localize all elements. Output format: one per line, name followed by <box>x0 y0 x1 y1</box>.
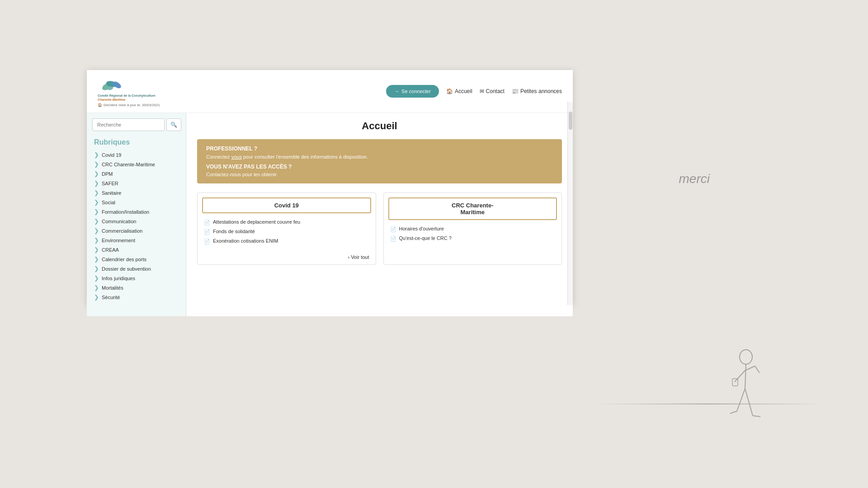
card-covid-footer: › Voir tout <box>198 253 376 264</box>
sidebar-item-label: Calendrier des ports <box>102 257 146 262</box>
svg-line-11 <box>745 389 753 416</box>
voir-tout-link-covid[interactable]: › Voir tout <box>204 254 369 260</box>
svg-line-7 <box>745 366 755 371</box>
arrow-icon: ❯ <box>94 227 99 234</box>
svg-line-12 <box>753 416 760 417</box>
sidebar-item-6[interactable]: ❯Formation/Installation <box>87 207 186 216</box>
doc-icon-1: 📄 <box>204 219 210 225</box>
login-button[interactable]: → Se connecter <box>386 85 439 98</box>
card-covid: Covid 19 📄 Attestations de deplacement c… <box>197 192 376 265</box>
page-content: Accueil PROFESSIONNEL ? Connectez vous p… <box>186 113 573 316</box>
sidebar-item-label: Formation/Installation <box>102 209 149 215</box>
card-covid-item-2: 📄 Fonds de solidarité <box>204 228 369 235</box>
sidebar-item-label: DPM <box>102 171 113 177</box>
envelope-icon: ✉ <box>480 88 484 94</box>
card-covid-header: Covid 19 <box>202 197 371 213</box>
sidebar-item-12[interactable]: ❯Dossier de subvention <box>87 264 186 273</box>
page-title: Accueil <box>197 120 562 132</box>
main-area: 🔍 Rubriques ❯Covid 19❯CRC Charente-Marit… <box>87 113 573 316</box>
arrow-icon: ❯ <box>94 237 99 244</box>
sidebar-item-label: Social <box>102 200 115 205</box>
login-icon: → <box>394 89 399 94</box>
arrow-icon: ❯ <box>94 275 99 282</box>
nav-accueil[interactable]: 🏠 Accueil <box>446 88 472 94</box>
sidebar-item-label: CREAA <box>102 247 119 253</box>
search-area: 🔍 <box>87 118 186 136</box>
sidebar-item-7[interactable]: ❯Communication <box>87 216 186 226</box>
sidebar-item-8[interactable]: ❯Commercialisation <box>87 226 186 235</box>
sidebar-item-2[interactable]: ❯DPM <box>87 169 186 178</box>
sidebar-item-label: Sanitaire <box>102 190 121 196</box>
arrow-icon: ❯ <box>94 256 99 263</box>
sidebar-item-label: Environnement <box>102 238 135 243</box>
svg-line-9 <box>737 389 745 411</box>
nav-petites-annonces[interactable]: 📰 Petites annonces <box>512 88 562 94</box>
arrow-icon: ❯ <box>94 161 99 168</box>
svg-point-4 <box>740 350 752 364</box>
site-logo <box>98 75 127 94</box>
arrow-icon: ❯ <box>94 208 99 215</box>
sidebar-item-15[interactable]: ❯Sécurité <box>87 292 186 302</box>
arrow-icon: ❯ <box>94 170 99 177</box>
search-button[interactable]: 🔍 <box>166 118 181 131</box>
home-icon: 🏠 <box>446 88 453 94</box>
sidebar-item-0[interactable]: ❯Covid 19 <box>87 150 186 160</box>
sidebar-item-14[interactable]: ❯Mortalités <box>87 283 186 292</box>
sidebar-item-9[interactable]: ❯Environnement <box>87 235 186 245</box>
doc-icon-3: 📄 <box>204 238 210 244</box>
doc-icon-4: 📄 <box>390 226 396 232</box>
arrow-icon: ❯ <box>94 294 99 300</box>
sidebar-item-10[interactable]: ❯CREAA <box>87 245 186 254</box>
nav-contact[interactable]: ✉ Contact <box>480 88 505 94</box>
merci-text: merci <box>679 172 710 186</box>
search-input[interactable] <box>92 118 165 131</box>
sidebar-item-label: Communication <box>102 219 136 224</box>
search-icon: 🔍 <box>170 122 177 128</box>
svg-line-6 <box>735 371 745 382</box>
sidebar-item-11[interactable]: ❯Calendrier des ports <box>87 254 186 264</box>
sidebar-item-label: CRC Charente-Maritime <box>102 162 155 167</box>
card-crc-item-2: 📄 Qu'est-ce-que le CRC ? <box>390 235 556 242</box>
header-nav: → Se connecter 🏠 Accueil ✉ Contact 📰 Pet… <box>386 85 562 98</box>
arrow-icon: ❯ <box>94 180 99 187</box>
chevron-right-icon: › <box>348 254 349 260</box>
sidebar-item-3[interactable]: ❯SAFER <box>87 178 186 188</box>
browser-window: Comité Régional de la Conchyliculture Ch… <box>87 70 573 305</box>
logo-area: Comité Régional de la Conchyliculture Ch… <box>98 75 160 107</box>
card-crc: CRC Charente- Maritime 📄 Horaires d'ouve… <box>383 192 562 265</box>
arrow-icon: ❯ <box>94 151 99 158</box>
sidebar-items-list: ❯Covid 19❯CRC Charente-Maritime❯DPM❯SAFE… <box>87 150 186 302</box>
scrollbar-thumb <box>569 112 572 130</box>
pro-banner-text1: Connectez vous pour consulter l'ensemble… <box>206 154 553 160</box>
arrow-icon: ❯ <box>94 284 99 291</box>
svg-line-5 <box>745 364 746 389</box>
sidebar: 🔍 Rubriques ❯Covid 19❯CRC Charente-Marit… <box>87 113 186 316</box>
doc-icon-2: 📄 <box>204 229 210 235</box>
ground-line <box>597 404 823 404</box>
pro-banner-title: PROFESSIONNEL ? <box>206 145 553 152</box>
card-covid-body: 📄 Attestations de deplacement couvre feu… <box>198 213 376 253</box>
sidebar-item-5[interactable]: ❯Social <box>87 197 186 207</box>
sidebar-item-label: Infos juridiques <box>102 276 135 281</box>
card-crc-item-1: 📄 Horaires d'ouverture <box>390 225 556 232</box>
svg-line-10 <box>730 411 737 413</box>
cards-row: Covid 19 📄 Attestations de deplacement c… <box>197 192 562 265</box>
sidebar-item-label: Commercialisation <box>102 228 142 234</box>
card-covid-item-1: 📄 Attestations de deplacement couvre feu <box>204 219 369 225</box>
sidebar-item-1[interactable]: ❯CRC Charente-Maritime <box>87 160 186 169</box>
walking-figure <box>723 348 778 447</box>
arrow-icon: ❯ <box>94 199 99 206</box>
sidebar-item-label: Dossier de subvention <box>102 266 151 272</box>
sidebar-item-4[interactable]: ❯Sanitaire <box>87 188 186 197</box>
sidebar-item-13[interactable]: ❯Infos juridiques <box>87 273 186 283</box>
sidebar-item-label: Sécurité <box>102 295 120 300</box>
arrow-icon: ❯ <box>94 265 99 272</box>
card-covid-item-3: 📄 Exonération cotisations ENIM <box>204 238 369 244</box>
card-crc-header: CRC Charente- Maritime <box>388 197 557 220</box>
scrollbar[interactable] <box>567 102 573 305</box>
sidebar-item-label: Mortalités <box>102 285 123 291</box>
arrow-icon: ❯ <box>94 246 99 253</box>
logo-title: Comité Régional de la Conchyliculture Ch… <box>98 94 156 102</box>
pro-banner: PROFESSIONNEL ? Connectez vous pour cons… <box>197 139 562 183</box>
doc-icon-5: 📄 <box>390 235 396 242</box>
